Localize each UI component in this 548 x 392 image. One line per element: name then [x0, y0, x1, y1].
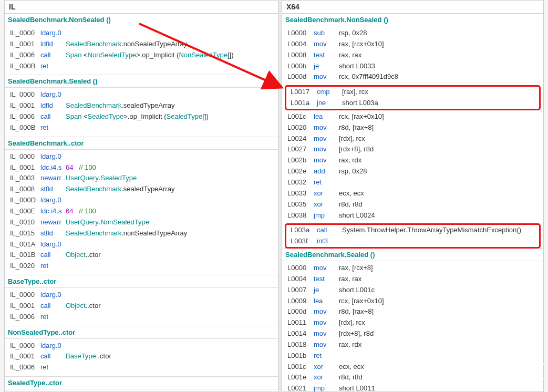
il-pane-header: IL [5, 1, 278, 14]
code-line[interactable]: IL_0010newarrUserQuery.NonSealedType [5, 217, 278, 228]
arg-span: ..ctor [86, 250, 101, 260]
code-line[interactable]: L001cxorecx, ecx [282, 362, 543, 373]
code-line[interactable]: IL_0006callSpan <NonSealedType>.op_Impli… [5, 50, 278, 61]
code-line[interactable]: IL_000Dldarg.0 [5, 195, 278, 206]
code-line[interactable]: L000dmovrcx, 0x7fff4091d9c8 [282, 71, 543, 82]
code-line[interactable]: L002eaddrsp, 0x28 [282, 166, 543, 177]
code-line[interactable]: L0020movr8d, [rax+8] [282, 122, 543, 133]
section-header[interactable]: SealedBenchmark.Sealed () [282, 248, 543, 261]
x64-pane: X64 SealedBenchmark.NonSealed ()L0000sub… [282, 0, 544, 392]
arg-span: r8d, r8d [339, 373, 363, 383]
code-line[interactable]: L000dmovr8d, [rax+8] [282, 306, 543, 317]
line-addr: IL_000D [10, 195, 40, 205]
code-line[interactable]: IL_0001ldc.i4.s64 // 100 [5, 162, 278, 173]
code-line[interactable]: L0021jmpshort L0011 [282, 383, 543, 391]
arg-span: rax, [rcx+0x10] [339, 39, 384, 49]
code-line[interactable]: L0008testrax, rax [282, 50, 543, 61]
code-line[interactable]: L0035xorr8d, r8d [282, 199, 543, 210]
x64-scroll-area[interactable]: SealedBenchmark.NonSealed ()L0000subrsp,… [282, 14, 543, 391]
opcode: jmp [314, 211, 339, 221]
code-line[interactable]: IL_0006ret [5, 362, 278, 373]
arg-span: [rax], rcx [342, 87, 368, 97]
code-line[interactable]: L0011mov[rdx], rcx [282, 317, 543, 328]
section-header[interactable]: SealedBenchmark..ctor [5, 137, 278, 150]
code-line[interactable]: L003acallSystem.ThrowHelper.ThrowArrayTy… [285, 225, 540, 236]
code-line[interactable]: IL_0006ret [5, 312, 278, 323]
il-scroll-area[interactable]: SealedBenchmark.NonSealed ()IL_0000ldarg… [5, 14, 278, 391]
opcode: call [40, 50, 66, 60]
code-line[interactable]: L003fint3 [285, 236, 540, 247]
code-line[interactable]: IL_0020ret [5, 261, 278, 272]
code-line[interactable]: L0007jeshort L001c [282, 285, 543, 296]
line-addr: L0027 [287, 145, 314, 154]
opcode: mov [314, 72, 339, 82]
line-addr: L001e [287, 373, 314, 383]
section-header[interactable]: SealedBenchmark.NonSealed () [5, 14, 278, 26]
code-line[interactable]: IL_0001callObject..ctor [5, 301, 278, 312]
opcode: lea [314, 112, 339, 122]
section-header[interactable]: SealedBenchmark.Sealed () [5, 75, 278, 88]
section-header[interactable]: BaseType..ctor [5, 275, 278, 288]
code-line[interactable]: L0024mov[rdx], rcx [282, 133, 543, 145]
line-addr: L0000 [287, 263, 314, 273]
arg-span: rcx, 0x7fff4091d9c8 [339, 72, 398, 82]
line-addr: IL_0001 [10, 101, 40, 111]
code-line[interactable]: L001exorr8d, r8d [282, 372, 543, 383]
line-addr: IL_0020 [10, 261, 40, 271]
arg-span: rax, rdx [339, 340, 361, 350]
code-line[interactable]: L001bret [282, 350, 543, 362]
code-line[interactable]: L001clearcx, [rax+0x10] [282, 111, 543, 122]
section-header[interactable]: NonSealedType..ctor [5, 326, 278, 339]
line-addr: IL_0006 [10, 312, 40, 322]
code-line[interactable]: L0038jmpshort L0024 [282, 210, 543, 221]
code-line[interactable]: IL_0000ldarg.0 [5, 151, 278, 162]
code-line[interactable]: IL_0001callBaseType..ctor [5, 351, 278, 362]
code-line[interactable]: IL_0003newarrUserQuery.SealedType [5, 173, 278, 184]
code-line[interactable]: L0033xorecx, ecx [282, 188, 543, 199]
code-line[interactable]: L0017cmp[rax], rcx [285, 87, 540, 98]
code-line[interactable]: L0004testrax, rax [282, 274, 543, 285]
arg-span: .sealedTypeArray [121, 101, 174, 111]
code-line[interactable]: L000bjeshort L0033 [282, 61, 543, 72]
code-line[interactable]: L0018movrax, rdx [282, 339, 543, 350]
arg-span: SealedType [167, 112, 203, 122]
opcode: mov [314, 329, 339, 339]
code-line[interactable]: IL_0015stfldSealedBenchmark.nonSealedTyp… [5, 228, 278, 239]
arg-span: NonSealedType [100, 218, 149, 228]
arg-span: // 100 [79, 163, 96, 173]
code-line[interactable]: L0004movrax, [rcx+0x10] [282, 39, 543, 50]
code-line[interactable]: IL_0000ldarg.0 [5, 89, 278, 100]
arg-span: SealedBenchmark [66, 229, 121, 239]
arg-span: rax, rax [339, 274, 361, 284]
code-line[interactable]: L001ajneshort L003a [285, 98, 540, 109]
line-addr: L0011 [287, 318, 314, 328]
code-line[interactable]: L0032ret [282, 177, 543, 188]
code-line[interactable]: IL_0008stfldSealedBenchmark.sealedTypeAr… [5, 184, 278, 195]
code-line[interactable]: IL_0000ldarg.0 [5, 28, 278, 39]
code-line[interactable]: IL_0001ldfldSealedBenchmark.sealedTypeAr… [5, 100, 278, 111]
code-line[interactable]: IL_0001ldfldSealedBenchmark.nonSealedTyp… [5, 39, 278, 50]
line-addr: IL_0001 [10, 39, 40, 49]
code-line[interactable]: IL_001Aldarg.0 [5, 239, 278, 250]
opcode: mov [314, 134, 339, 144]
code-line[interactable]: IL_0000ldarg.0 [5, 341, 278, 352]
arg-span: NonSealedType [88, 50, 137, 60]
code-line[interactable]: IL_000Bret [5, 122, 278, 133]
arg-span: short L0033 [339, 61, 375, 71]
code-line[interactable]: IL_000Bret [5, 61, 278, 72]
section-header[interactable]: SealedBenchmark.NonSealed () [282, 14, 543, 26]
code-line[interactable]: L0014mov[rdx+8], r8d [282, 328, 543, 339]
code-line[interactable]: L0000subrsp, 0x28 [282, 28, 543, 39]
section-header[interactable]: SealedType..ctor [5, 376, 278, 389]
code-line[interactable]: L0000movrax, [rcx+8] [282, 263, 543, 274]
arg-span: System.ThrowHelper.ThrowArrayTypeMismatc… [342, 225, 521, 235]
code-line[interactable]: IL_0006callSpan <SealedType>.op_Implicit… [5, 111, 278, 122]
code-line[interactable]: L0027mov[rdx+8], r8d [282, 144, 543, 155]
code-line[interactable]: L002bmovrax, rdx [282, 155, 543, 166]
opcode: mov [314, 307, 339, 317]
code-line[interactable]: IL_0000ldarg.0 [5, 290, 278, 301]
opcode: ldarg.0 [40, 90, 66, 100]
code-line[interactable]: L0009learcx, [rax+0x10] [282, 296, 543, 307]
code-line[interactable]: IL_001BcallObject..ctor [5, 250, 278, 261]
code-line[interactable]: IL_000Eldc.i4.s64 // 100 [5, 206, 278, 217]
